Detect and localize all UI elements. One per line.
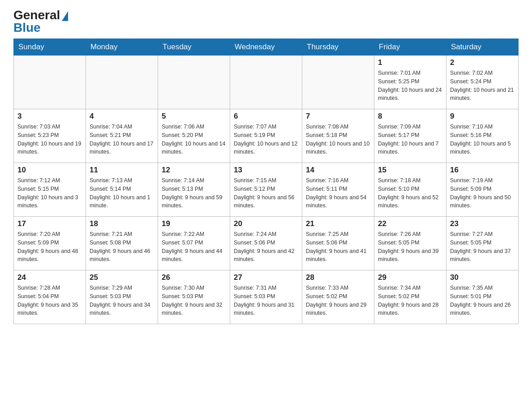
day-info: Sunrise: 7:31 AMSunset: 5:03 PMDaylight:… [234,284,298,317]
calendar-cell: 19Sunrise: 7:22 AMSunset: 5:07 PMDayligh… [158,217,230,270]
calendar-cell: 27Sunrise: 7:31 AMSunset: 5:03 PMDayligh… [230,270,302,324]
calendar-cell: 6Sunrise: 7:07 AMSunset: 5:19 PMDaylight… [230,109,302,163]
calendar-cell: 9Sunrise: 7:10 AMSunset: 5:16 PMDaylight… [446,109,519,163]
calendar-cell: 30Sunrise: 7:35 AMSunset: 5:01 PMDayligh… [446,270,519,324]
day-info: Sunrise: 7:04 AMSunset: 5:21 PMDaylight:… [90,123,154,156]
calendar-cell [302,56,374,109]
day-info: Sunrise: 7:30 AMSunset: 5:03 PMDaylight:… [162,284,226,317]
day-number: 13 [234,166,298,175]
day-info: Sunrise: 7:27 AMSunset: 5:05 PMDaylight:… [450,230,515,264]
day-number: 21 [306,219,370,228]
day-info: Sunrise: 7:24 AMSunset: 5:06 PMDaylight:… [234,230,298,264]
day-number: 14 [306,166,370,175]
day-number: 8 [378,112,442,121]
calendar-cell [230,56,302,109]
day-info: Sunrise: 7:20 AMSunset: 5:09 PMDaylight:… [17,230,82,264]
calendar-cell: 7Sunrise: 7:08 AMSunset: 5:18 PMDaylight… [302,109,374,163]
header-tuesday: Tuesday [158,39,230,56]
day-info: Sunrise: 7:35 AMSunset: 5:01 PMDaylight:… [450,284,515,317]
day-info: Sunrise: 7:13 AMSunset: 5:14 PMDaylight:… [90,176,154,210]
calendar-cell: 24Sunrise: 7:28 AMSunset: 5:04 PMDayligh… [14,270,86,324]
calendar-header: SundayMondayTuesdayWednesdayThursdayFrid… [14,39,519,56]
calendar-cell: 25Sunrise: 7:29 AMSunset: 5:03 PMDayligh… [86,270,158,324]
logo-blue-text: Blue [13,21,41,34]
calendar-cell: 16Sunrise: 7:19 AMSunset: 5:09 PMDayligh… [446,163,519,217]
day-info: Sunrise: 7:14 AMSunset: 5:13 PMDaylight:… [162,176,226,210]
calendar-cell: 4Sunrise: 7:04 AMSunset: 5:21 PMDaylight… [86,109,158,163]
logo: General Blue [13,9,68,34]
day-number: 15 [378,166,442,175]
day-number: 12 [162,166,226,175]
day-number: 4 [90,112,154,121]
day-info: Sunrise: 7:02 AMSunset: 5:24 PMDaylight:… [450,69,515,103]
day-number: 3 [17,112,82,121]
day-info: Sunrise: 7:29 AMSunset: 5:03 PMDaylight:… [90,284,154,317]
day-number: 6 [234,112,298,121]
calendar-cell [86,56,158,109]
day-number: 20 [234,219,298,228]
calendar-cell: 10Sunrise: 7:12 AMSunset: 5:15 PMDayligh… [14,163,86,217]
calendar-cell: 28Sunrise: 7:33 AMSunset: 5:02 PMDayligh… [302,270,374,324]
calendar-cell: 2Sunrise: 7:02 AMSunset: 5:24 PMDaylight… [446,56,519,109]
day-info: Sunrise: 7:07 AMSunset: 5:19 PMDaylight:… [234,123,298,156]
week-row-1: 1Sunrise: 7:01 AMSunset: 5:25 PMDaylight… [14,56,519,109]
day-info: Sunrise: 7:01 AMSunset: 5:25 PMDaylight:… [378,69,442,103]
day-number: 30 [450,273,515,282]
day-info: Sunrise: 7:16 AMSunset: 5:11 PMDaylight:… [306,176,370,210]
day-number: 9 [450,112,515,121]
calendar-cell: 29Sunrise: 7:34 AMSunset: 5:02 PMDayligh… [374,270,446,324]
day-number: 1 [378,58,442,67]
day-number: 16 [450,166,515,175]
week-row-4: 17Sunrise: 7:20 AMSunset: 5:09 PMDayligh… [14,217,519,270]
day-number: 25 [90,273,154,282]
calendar-cell: 14Sunrise: 7:16 AMSunset: 5:11 PMDayligh… [302,163,374,217]
day-number: 7 [306,112,370,121]
day-number: 17 [17,219,82,228]
page-header: General Blue [13,9,519,34]
calendar-cell: 3Sunrise: 7:03 AMSunset: 5:23 PMDaylight… [14,109,86,163]
day-info: Sunrise: 7:10 AMSunset: 5:16 PMDaylight:… [450,123,515,156]
calendar-cell [158,56,230,109]
day-info: Sunrise: 7:34 AMSunset: 5:02 PMDaylight:… [378,284,442,317]
day-number: 26 [162,273,226,282]
day-info: Sunrise: 7:22 AMSunset: 5:07 PMDaylight:… [162,230,226,264]
calendar-cell: 17Sunrise: 7:20 AMSunset: 5:09 PMDayligh… [14,217,86,270]
day-number: 29 [378,273,442,282]
day-info: Sunrise: 7:26 AMSunset: 5:05 PMDaylight:… [378,230,442,264]
day-number: 19 [162,219,226,228]
calendar-cell: 12Sunrise: 7:14 AMSunset: 5:13 PMDayligh… [158,163,230,217]
day-info: Sunrise: 7:15 AMSunset: 5:12 PMDaylight:… [234,176,298,210]
day-info: Sunrise: 7:12 AMSunset: 5:15 PMDaylight:… [17,176,82,210]
header-saturday: Saturday [446,39,519,56]
header-sunday: Sunday [14,39,86,56]
logo-general-text: General [13,9,68,21]
calendar-cell: 20Sunrise: 7:24 AMSunset: 5:06 PMDayligh… [230,217,302,270]
calendar-cell: 26Sunrise: 7:30 AMSunset: 5:03 PMDayligh… [158,270,230,324]
calendar-cell: 18Sunrise: 7:21 AMSunset: 5:08 PMDayligh… [86,217,158,270]
calendar-cell: 5Sunrise: 7:06 AMSunset: 5:20 PMDaylight… [158,109,230,163]
calendar-cell: 1Sunrise: 7:01 AMSunset: 5:25 PMDaylight… [374,56,446,109]
day-number: 2 [450,58,515,67]
day-number: 5 [162,112,226,121]
day-info: Sunrise: 7:25 AMSunset: 5:06 PMDaylight:… [306,230,370,264]
day-info: Sunrise: 7:21 AMSunset: 5:08 PMDaylight:… [90,230,154,264]
week-row-5: 24Sunrise: 7:28 AMSunset: 5:04 PMDayligh… [14,270,519,324]
day-number: 24 [17,273,82,282]
day-info: Sunrise: 7:06 AMSunset: 5:20 PMDaylight:… [162,123,226,156]
day-number: 18 [90,219,154,228]
week-row-2: 3Sunrise: 7:03 AMSunset: 5:23 PMDaylight… [14,109,519,163]
day-info: Sunrise: 7:33 AMSunset: 5:02 PMDaylight:… [306,284,370,317]
calendar-body: 1Sunrise: 7:01 AMSunset: 5:25 PMDaylight… [14,56,519,324]
week-row-3: 10Sunrise: 7:12 AMSunset: 5:15 PMDayligh… [14,163,519,217]
day-number: 22 [378,219,442,228]
day-info: Sunrise: 7:19 AMSunset: 5:09 PMDaylight:… [450,176,515,210]
calendar-table: SundayMondayTuesdayWednesdayThursdayFrid… [13,39,519,324]
header-wednesday: Wednesday [230,39,302,56]
day-number: 23 [450,219,515,228]
day-number: 28 [306,273,370,282]
day-number: 10 [17,166,82,175]
calendar-cell: 21Sunrise: 7:25 AMSunset: 5:06 PMDayligh… [302,217,374,270]
calendar-cell: 13Sunrise: 7:15 AMSunset: 5:12 PMDayligh… [230,163,302,217]
day-info: Sunrise: 7:09 AMSunset: 5:17 PMDaylight:… [378,123,442,156]
calendar-cell [14,56,86,109]
